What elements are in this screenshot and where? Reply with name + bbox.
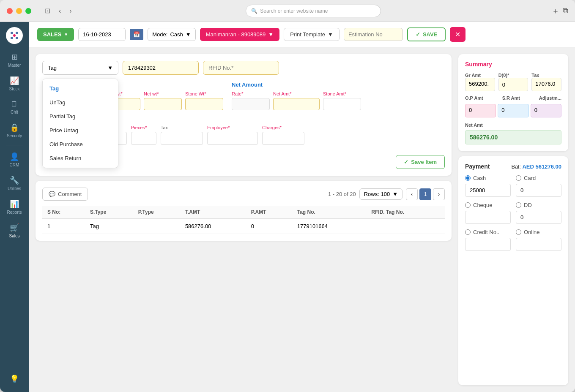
- card-radio-label[interactable]: Card: [516, 175, 561, 181]
- sidebar-label-chit: Chit: [11, 110, 18, 114]
- sidebar-item-chit[interactable]: 🗒 Chit: [2, 96, 27, 118]
- date-input[interactable]: [83, 31, 121, 38]
- table-row[interactable]: 1 Tag 586276.00 0 1779101664: [42, 219, 445, 234]
- comment-button[interactable]: 💬 Comment: [42, 188, 88, 201]
- prev-page-button[interactable]: ‹: [406, 188, 418, 200]
- employee-input[interactable]: E25 - Sanjay: [207, 132, 258, 145]
- online-radio-label[interactable]: Online: [516, 229, 561, 235]
- tax-input[interactable]: 1888.80: [161, 132, 203, 145]
- close-button[interactable]: [7, 8, 13, 14]
- save-button[interactable]: ✓ SAVE: [407, 27, 446, 41]
- cheque-input[interactable]: [465, 211, 511, 224]
- customer-button[interactable]: Manimanran - 89089089 ▼: [200, 28, 280, 41]
- rows-per-page-select[interactable]: Rows: 100 ▼: [359, 188, 402, 200]
- right-panel: Summary Gr Amt 569200. D(0)* T: [458, 54, 568, 385]
- dropdown-item-sales-return[interactable]: Sales Return: [43, 151, 118, 165]
- stone-wt-input[interactable]: 0.00: [185, 98, 223, 110]
- new-tab-button[interactable]: ＋: [552, 6, 559, 16]
- stock-icon: 📈: [10, 76, 19, 85]
- date-field[interactable]: [78, 28, 126, 41]
- back-button[interactable]: ‹: [55, 5, 64, 16]
- sidebar-item-reports[interactable]: 📊 Reports: [2, 196, 27, 218]
- minimize-button[interactable]: [16, 8, 22, 14]
- dropdown-item-untag[interactable]: UnTag: [43, 95, 118, 109]
- close-toolbar-icon: ✕: [455, 31, 460, 38]
- cash-radio[interactable]: [465, 175, 471, 181]
- search-icon: 🔍: [251, 8, 257, 14]
- close-toolbar-button[interactable]: ✕: [450, 27, 465, 42]
- sidebar-label-security: Security: [7, 133, 22, 138]
- tag-number-input[interactable]: [123, 61, 199, 75]
- online-radio[interactable]: [516, 229, 521, 235]
- dd-input[interactable]: [516, 211, 561, 224]
- sidebar-label-crm: CRM: [10, 163, 19, 167]
- sidebar-item-stock[interactable]: 📈 Stock: [2, 73, 27, 95]
- tag-select-arrow-icon: ▼: [107, 65, 113, 71]
- tax-field-label: Tax: [161, 125, 203, 130]
- sidebar-item-crm[interactable]: 👤 CRM: [2, 149, 27, 171]
- estimation-input[interactable]: [344, 28, 403, 41]
- sidebar-item-security[interactable]: 🔒 Security: [2, 120, 27, 142]
- next-page-button[interactable]: ›: [433, 188, 445, 200]
- save-item-button[interactable]: ✓ Save Item: [396, 155, 445, 169]
- rows-dropdown-icon: ▼: [392, 191, 398, 197]
- sidebar-item-master[interactable]: ⊞ Master: [2, 49, 27, 71]
- sidebar-toggle-button[interactable]: ⊡: [41, 5, 54, 16]
- charges-input[interactable]: 600: [262, 132, 304, 145]
- pieces-input[interactable]: 1: [131, 132, 156, 145]
- card-radio[interactable]: [516, 175, 521, 181]
- traffic-lights: [7, 8, 31, 14]
- dropdown-item-tag[interactable]: Tag: [43, 82, 118, 95]
- maximize-button[interactable]: [25, 8, 31, 14]
- net-amt-summary-value: 586276.00: [465, 130, 561, 144]
- rfid-input[interactable]: [203, 61, 279, 75]
- stone-amt-input[interactable]: 0: [323, 98, 361, 110]
- rate-input[interactable]: 4900.00: [232, 98, 270, 110]
- sales-dropdown-button[interactable]: SALES ▼: [37, 28, 74, 41]
- tag-select[interactable]: Tag ▼: [42, 61, 118, 75]
- cash-radio-label[interactable]: Cash: [465, 175, 511, 181]
- calendar-button[interactable]: 📅: [130, 29, 143, 40]
- svg-point-1: [16, 32, 18, 34]
- forward-button[interactable]: ›: [66, 5, 75, 16]
- net-wt-label: Net wt*: [144, 91, 182, 96]
- net-wt-input[interactable]: 12.000: [144, 98, 182, 110]
- cash-input[interactable]: [465, 184, 511, 197]
- browser-search-bar[interactable]: 🔍 Search or enter website name: [246, 5, 381, 17]
- cell-sno: 1: [42, 219, 85, 234]
- sidebar-item-utilities[interactable]: 🔧 Utilities: [2, 172, 27, 194]
- main-content-area: SALES ▼ 📅 Mode: Cash ▼ Manimanran - 8908…: [29, 22, 575, 392]
- save-item-label: Save Item: [411, 159, 437, 165]
- sidebar-item-help[interactable]: 💡: [2, 371, 27, 387]
- cheque-radio[interactable]: [465, 202, 471, 208]
- dd-radio[interactable]: [516, 202, 521, 208]
- dd-radio-label[interactable]: DD: [516, 202, 561, 208]
- pagination-info: 1 - 20 of 20: [328, 191, 356, 197]
- dropdown-item-old-purchase[interactable]: Old Purchase: [43, 137, 118, 151]
- card-input[interactable]: [516, 184, 561, 197]
- current-page-button[interactable]: 1: [419, 188, 431, 200]
- card-label: Card: [524, 175, 536, 181]
- dd-label: DD: [524, 202, 532, 208]
- summary-tax-label: Tax: [531, 73, 561, 78]
- credit-radio[interactable]: [465, 229, 471, 235]
- help-icon: 💡: [10, 374, 19, 384]
- online-input[interactable]: [516, 238, 561, 251]
- mode-select[interactable]: Mode: Cash ▼: [148, 28, 195, 41]
- sidebar-label-stock: Stock: [9, 87, 19, 91]
- credit-input[interactable]: [465, 238, 511, 251]
- copy-button[interactable]: ⧉: [563, 6, 568, 16]
- sidebar-item-sales[interactable]: 🛒 Sales: [2, 220, 27, 242]
- app-body: ⊞ Master 📈 Stock 🗒 Chit 🔒 Security 👤 CRM: [0, 22, 575, 392]
- print-template-label: Print Template: [290, 31, 325, 38]
- net-amt-input[interactable]: 586276.00: [273, 98, 320, 110]
- sales-dropdown-arrow-icon: ▼: [64, 32, 68, 37]
- tax-col: Tax 17076.0: [531, 73, 561, 91]
- cheque-radio-label[interactable]: Cheque: [465, 202, 511, 208]
- d0-input[interactable]: [498, 78, 528, 91]
- dropdown-item-price-untag[interactable]: Price Untag: [43, 123, 118, 137]
- print-template-button[interactable]: Print Template ▼: [284, 28, 340, 41]
- master-icon: ⊞: [11, 52, 18, 62]
- dropdown-item-partial-tag[interactable]: Partial Tag: [43, 109, 118, 123]
- credit-radio-label[interactable]: Credit No..: [465, 229, 511, 235]
